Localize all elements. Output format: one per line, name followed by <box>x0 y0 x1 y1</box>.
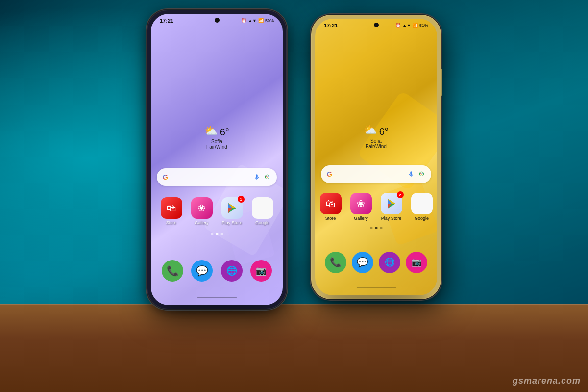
signal-left: ▲▼ <box>248 18 257 23</box>
store-icon-left: 🛍 <box>161 197 182 219</box>
svg-point-10 <box>421 173 422 174</box>
mic-icon-right <box>408 171 415 178</box>
dot-3-left <box>220 233 223 235</box>
dock-phone-left[interactable]: 📞 <box>162 260 183 282</box>
google-label-left: Google <box>255 220 270 225</box>
app-google-right[interactable]: Google <box>411 193 433 221</box>
time-left: 17:21 <box>160 18 173 24</box>
app-store-left[interactable]: 🛍 Store <box>161 197 182 225</box>
google-icon-left <box>252 197 273 219</box>
gallery-label-right: Gallery <box>354 216 368 221</box>
app-google-left[interactable]: Google <box>252 197 273 225</box>
dock-right: 📞 💬 🌐 📷 <box>322 252 430 273</box>
dock-messages-right[interactable]: 💬 <box>352 252 373 273</box>
screen-right: 17:21 ⏰ ▲▼ 📶 51% ⛅ 6° Sofia Fair/Wind <box>315 19 437 295</box>
weather-temp-left: 6° <box>220 127 229 138</box>
weather-temp-right: 6° <box>379 126 389 137</box>
battery-right: 51% <box>419 23 428 28</box>
playstore-icon-left: 1 <box>221 197 243 219</box>
weather-left: ⛅ 6° Sofia Fair/Wind <box>204 125 229 150</box>
camera-hole-right <box>374 23 379 27</box>
gallery-icon-left: ❀ <box>191 197 213 219</box>
playstore-icon-right: 2 <box>381 193 402 214</box>
dot-3-right <box>380 227 382 229</box>
table-surface <box>0 304 588 392</box>
lens-icon-left <box>264 174 271 181</box>
dot-1-right <box>370 227 372 229</box>
phone-left: 17:21 ⏰ ▲▼ 📶 50% ⛅ 6° Sofia Fair/Wind <box>147 10 287 309</box>
status-icons-left: ⏰ ▲▼ 📶 50% <box>241 18 274 23</box>
dock-messages-left[interactable]: 💬 <box>191 260 213 282</box>
mic-icon-left <box>253 174 260 181</box>
search-bar-left[interactable]: G <box>157 168 277 186</box>
status-icons-right: ⏰ ▲▼ 📶 51% <box>395 23 428 28</box>
watermark: gsmarena.com <box>513 376 581 386</box>
battery-left: 50% <box>265 18 274 23</box>
app-playstore-left[interactable]: 1 Play Store <box>221 197 243 225</box>
weather-condition-right: Fair/Wind <box>364 144 389 149</box>
wifi-right: 📶 <box>413 23 418 28</box>
wifi-left: 📶 <box>258 18 264 23</box>
google-label-right: Google <box>415 216 429 221</box>
weather-condition-left: Fair/Wind <box>204 144 229 150</box>
weather-right: ⛅ 6° Sofia Fair/Wind <box>364 124 389 149</box>
svg-point-11 <box>421 174 422 175</box>
weather-icon-right: ⛅ <box>364 124 377 136</box>
app-gallery-right[interactable]: ❀ Gallery <box>350 193 372 221</box>
home-bar-left <box>197 297 237 298</box>
playstore-badge-right: 2 <box>397 191 404 198</box>
svg-point-1 <box>266 176 267 177</box>
camera-hole-left <box>215 18 220 23</box>
page-dots-right <box>370 227 382 229</box>
screen-left: 17:21 ⏰ ▲▼ 📶 50% ⛅ 6° Sofia Fair/Wind <box>151 14 283 305</box>
time-right: 17:21 <box>324 23 338 28</box>
dock-camera-right[interactable]: 📷 <box>406 252 427 273</box>
search-bar-right[interactable]: G <box>321 165 431 183</box>
dock-left: 📞 💬 🌐 📷 <box>158 260 276 282</box>
svg-point-9 <box>420 173 421 174</box>
app-store-right[interactable]: 🛍 Store <box>320 193 342 221</box>
google-g-left: G <box>163 173 168 181</box>
phone-right: 17:21 ⏰ ▲▼ 📶 51% ⛅ 6° Sofia Fair/Wind <box>311 15 441 299</box>
dock-internet-left[interactable]: 🌐 <box>221 260 243 282</box>
svg-point-3 <box>267 177 268 178</box>
dot-2-left <box>216 233 218 235</box>
svg-point-2 <box>267 176 268 177</box>
dock-phone-right[interactable]: 📞 <box>325 252 346 273</box>
scene: 17:21 ⏰ ▲▼ 📶 50% ⛅ 6° Sofia Fair/Wind <box>0 0 588 392</box>
alarm-right: ⏰ <box>395 23 401 28</box>
store-label-right: Store <box>325 216 336 221</box>
lens-icon-right <box>418 171 425 178</box>
signal-right: ▲▼ <box>402 23 411 28</box>
alarm-icon: ⏰ <box>241 18 246 23</box>
weather-location-right: Sofia <box>364 138 389 144</box>
app-grid-right: 🛍 Store ❀ Gallery <box>315 193 437 221</box>
playstore-label-left: Play Store <box>222 220 243 225</box>
weather-location-left: Sofia <box>204 139 229 144</box>
gallery-label-left: Gallery <box>195 220 209 225</box>
store-label-left: Store <box>166 220 177 225</box>
store-icon-right: 🛍 <box>320 193 342 214</box>
weather-icon-left: ⛅ <box>204 125 218 137</box>
google-g-right: G <box>327 170 332 178</box>
app-gallery-left[interactable]: ❀ Gallery <box>191 197 213 225</box>
dock-internet-right[interactable]: 🌐 <box>379 252 400 273</box>
dock-camera-left[interactable]: 📷 <box>250 260 272 282</box>
phones-container: 17:21 ⏰ ▲▼ 📶 50% ⛅ 6° Sofia Fair/Wind <box>147 10 441 309</box>
app-playstore-right[interactable]: 2 Play Store <box>381 193 402 221</box>
app-grid-left: 🛍 Store ❀ Gallery <box>151 197 283 225</box>
page-dots-left <box>211 233 223 235</box>
dot-2-right <box>375 227 377 229</box>
google-icon-right <box>411 193 433 214</box>
dot-1-left <box>211 233 213 235</box>
gallery-icon-right: ❀ <box>350 193 372 214</box>
playstore-badge-left: 1 <box>238 196 245 203</box>
playstore-label-right: Play Store <box>381 216 402 221</box>
home-bar-right <box>357 287 396 288</box>
